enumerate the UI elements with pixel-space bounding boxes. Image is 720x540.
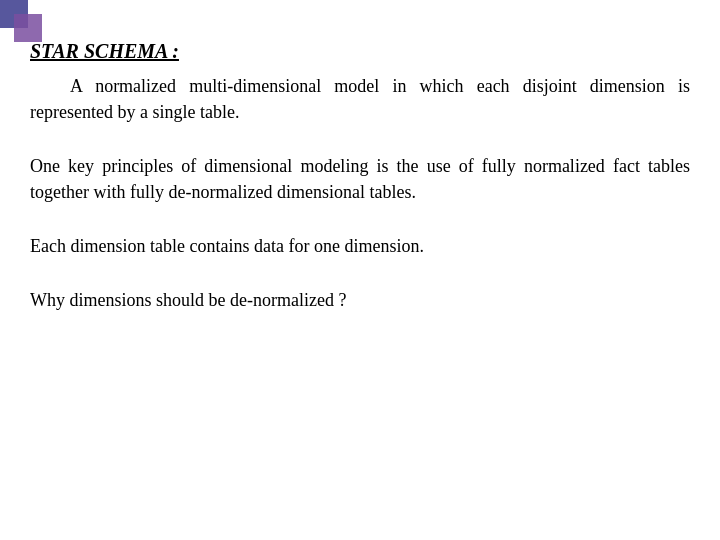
paragraph-4: Why dimensions should be de-normalized ?: [30, 287, 690, 313]
paragraph-3: Each dimension table contains data for o…: [30, 233, 690, 259]
paragraph-1: A normalized multi-dimensional model in …: [30, 73, 690, 125]
purple-square: [14, 14, 42, 42]
main-content: STAR SCHEMA : A normalized multi-dimensi…: [30, 40, 690, 520]
paragraph-2: One key principles of dimensional modeli…: [30, 153, 690, 205]
page-title: STAR SCHEMA :: [30, 40, 690, 63]
